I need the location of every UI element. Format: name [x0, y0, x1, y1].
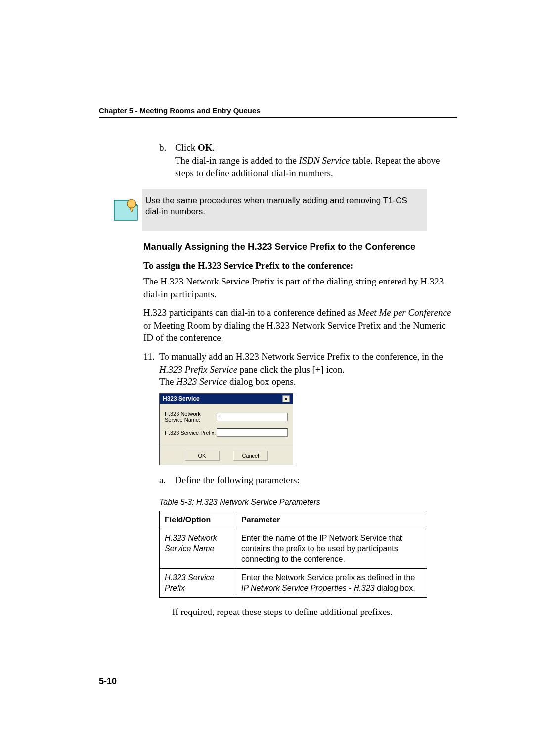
page-number: 5-10	[99, 676, 117, 687]
param-cell: Enter the name of the IP Network Service…	[236, 529, 427, 568]
dialog-label-service-prefix: H.323 Service Prefix:	[165, 430, 217, 436]
ok-button[interactable]: OK	[185, 451, 220, 461]
ok-label: OK	[198, 142, 213, 153]
step-11-text: To manually add an H.323 Network Service…	[159, 350, 457, 388]
dialog-title-text: H323 Service	[163, 395, 200, 402]
note-text: Use the same procedures when manually ad…	[141, 195, 421, 217]
chapter-header: Chapter 5 - Meeting Rooms and Entry Queu…	[99, 106, 457, 115]
after-table-text: If required, repeat these steps to defin…	[172, 606, 457, 618]
paragraph-2: H.323 participants can dial-in to a conf…	[143, 306, 457, 344]
col-header-parameter: Parameter	[236, 511, 427, 529]
ip-network-service-ref: IP Network Service Properties - H.323	[241, 584, 375, 592]
paragraph-1: The H.323 Network Service Prefix is part…	[143, 275, 457, 300]
dialog-label-service-name: H.323 Network Service Name:	[165, 411, 217, 423]
header-rule	[99, 117, 457, 118]
text-fragment: dialog box opens.	[227, 377, 296, 387]
parameters-table: Field/Option Parameter H.323 Network Ser…	[159, 511, 427, 598]
h323-service-ref: H323 Service	[176, 377, 227, 387]
isdn-service-ref: ISDN Service	[299, 155, 350, 166]
table-header-row: Field/Option Parameter	[160, 511, 427, 529]
text-fragment: The dial-in range is added to the	[175, 155, 299, 166]
text-fragment: H.323 participants can dial-in to a conf…	[143, 307, 358, 318]
text-fragment: dialog box.	[375, 584, 415, 592]
step-b-text: Click OK. The dial-in range is added to …	[175, 142, 457, 180]
step-number-11: 11.	[143, 350, 159, 388]
field-cell: H.323 Network Service Name	[160, 529, 236, 568]
table-row: H.323 Network Service Name Enter the nam…	[160, 529, 427, 568]
text-fragment: Click	[175, 142, 198, 153]
dialog-titlebar: H323 Service ×	[160, 394, 293, 404]
close-icon[interactable]: ×	[282, 395, 290, 402]
h323-service-dialog: H323 Service × H.323 Network Service Nam…	[159, 393, 293, 465]
text-fragment: or Meeting Room by dialing the H.323 Net…	[143, 320, 446, 343]
text-fragment: pane click the plus [+] icon.	[237, 364, 345, 375]
step-letter-a: a.	[159, 474, 175, 487]
field-cell: H.323 Service Prefix	[160, 568, 236, 598]
section-title: Manually Assigning the H.323 Service Pre…	[143, 241, 457, 252]
param-cell: Enter the Network Service prefix as defi…	[236, 568, 427, 598]
section-subtitle: To assign the H.323 Service Prefix to th…	[143, 260, 457, 271]
table-caption: Table 5-3: H.323 Network Service Paramet…	[159, 498, 457, 507]
text-fragment: The	[159, 377, 176, 387]
col-header-field: Field/Option	[160, 511, 236, 529]
meet-me-ref: Meet Me per Conference	[358, 307, 451, 318]
text-fragment: .	[212, 142, 215, 153]
cancel-button[interactable]: Cancel	[233, 451, 268, 461]
h323-network-service-name-input[interactable]	[217, 413, 288, 421]
table-row: H.323 Service Prefix Enter the Network S…	[160, 568, 427, 598]
note-box: Use the same procedures when manually ad…	[142, 189, 427, 231]
text-fragment: To manually add an H.323 Network Service…	[159, 351, 443, 362]
step-a-text: Define the following parameters:	[175, 474, 300, 487]
h323-prefix-service-ref: H.323 Prefix Service	[159, 364, 237, 375]
note-icon	[112, 195, 141, 225]
svg-point-2	[127, 199, 136, 208]
text-fragment: Enter the Network Service prefix as defi…	[241, 573, 415, 582]
step-letter-b: b.	[159, 142, 175, 180]
h323-service-prefix-input[interactable]	[217, 428, 288, 437]
